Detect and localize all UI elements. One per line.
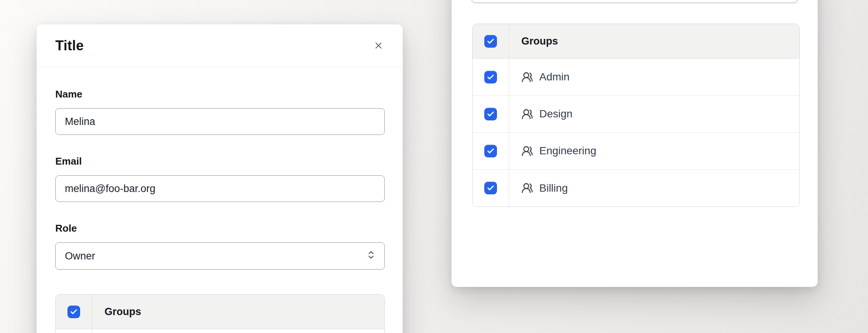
group-checkbox[interactable] — [484, 71, 497, 83]
name-label: Name — [55, 88, 385, 100]
group-name: Engineering — [539, 145, 596, 157]
group-row: Design — [473, 96, 799, 133]
group-row: Admin — [56, 329, 384, 333]
role-select-partial[interactable] — [471, 0, 798, 3]
group-row: Billing — [473, 170, 799, 207]
page: Title Name Email Role Owner — [0, 0, 868, 333]
groups-table: Groups Admin — [55, 294, 385, 333]
group-name: Design — [539, 108, 572, 120]
close-button[interactable] — [372, 39, 385, 52]
users-icon — [521, 145, 533, 157]
groups-header-label: Groups — [509, 24, 558, 58]
check-icon — [487, 184, 495, 192]
edit-user-dialog: Title Name Email Role Owner — [37, 24, 403, 333]
email-input[interactable] — [55, 175, 385, 202]
select-all-groups-checkbox[interactable] — [68, 306, 80, 318]
email-label: Email — [55, 155, 385, 167]
groups-header-label: Groups — [92, 295, 141, 329]
dialog-title: Title — [55, 38, 84, 54]
role-label: Role — [55, 223, 385, 234]
groups-table: Groups Admin — [472, 24, 800, 207]
users-icon — [521, 108, 533, 120]
users-icon — [521, 182, 533, 194]
group-checkbox[interactable] — [484, 182, 497, 194]
group-checkbox-cell — [473, 170, 509, 207]
name-field-group: Name — [55, 88, 385, 135]
check-icon — [487, 110, 495, 118]
users-icon — [521, 71, 533, 83]
email-field-group: Email — [55, 155, 385, 202]
role-select-value: Owner — [65, 250, 95, 262]
select-all-groups-checkbox[interactable] — [484, 35, 497, 48]
check-icon — [487, 73, 495, 81]
group-checkbox[interactable] — [484, 108, 497, 120]
check-icon — [487, 147, 495, 155]
groups-table-header: Groups — [473, 24, 799, 59]
group-checkbox-cell — [473, 96, 509, 132]
chevrons-up-down-icon — [366, 250, 376, 263]
group-name: Admin — [539, 71, 569, 83]
dialog-body: Name Email Role Owner — [37, 88, 403, 333]
group-name: Billing — [539, 182, 568, 194]
group-row: Engineering — [473, 133, 799, 170]
groups-table-header: Groups — [56, 295, 384, 329]
role-select[interactable]: Owner — [55, 242, 385, 270]
select-all-cell — [56, 295, 92, 329]
role-field-group: Role Owner — [55, 223, 385, 270]
check-icon — [487, 37, 495, 45]
group-checkbox[interactable] — [484, 145, 497, 157]
name-input[interactable] — [55, 108, 385, 135]
group-row: Admin — [473, 59, 799, 96]
group-checkbox-cell — [56, 329, 92, 333]
group-checkbox-cell — [473, 59, 509, 95]
check-icon — [70, 308, 78, 316]
group-checkbox-cell — [473, 133, 509, 169]
close-icon — [373, 40, 384, 51]
select-all-cell — [473, 24, 509, 58]
dialog-header: Title — [37, 24, 403, 67]
edit-user-dialog-detail: Groups Admin — [452, 0, 818, 287]
